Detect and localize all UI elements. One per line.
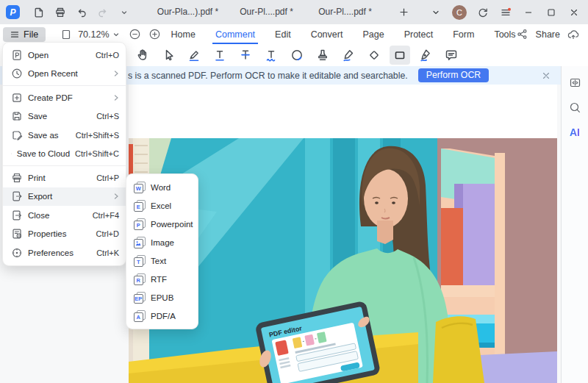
tab-protect[interactable]: Protect [404, 25, 434, 44]
file-menu-item-preferences[interactable]: Preferences Ctrl+K [3, 243, 126, 262]
caret-down-icon[interactable] [118, 6, 131, 19]
export-item-rtf[interactable]: R RTF [126, 270, 198, 288]
stamp-tool-icon[interactable] [312, 46, 333, 65]
eraser-tool-icon[interactable] [364, 46, 384, 65]
menu-item-label: Close [28, 211, 87, 220]
export-item-image[interactable]: Image [126, 233, 198, 251]
menu-item-label: Print [28, 173, 91, 182]
quick-access-toolbar [32, 6, 131, 19]
tab-form[interactable]: Form [453, 25, 474, 44]
app-menu-icon[interactable] [499, 6, 512, 19]
tab-comment[interactable]: Comment [215, 25, 255, 44]
export-item-label: Word [151, 183, 171, 192]
hand-tool-icon[interactable] [132, 46, 153, 65]
file-menu-item-open[interactable]: Open Ctrl+O [3, 46, 126, 65]
strikethrough-tool-icon[interactable] [235, 46, 256, 65]
underline-tool-icon[interactable] [209, 46, 230, 65]
notification-message: s is a scanned PDF. Perform OCR to make … [128, 71, 408, 81]
hamburger-icon [10, 30, 19, 39]
zoom-level-value[interactable]: 70.12% [78, 29, 109, 40]
file-menu-item-open-recent[interactable]: Open Recent [3, 65, 126, 84]
document-tab[interactable]: Our-Pl....pdf * [306, 0, 384, 24]
file-menu-item-print[interactable]: Print Ctrl+P [3, 168, 126, 187]
print-icon[interactable] [54, 6, 67, 19]
chevron-right-icon [113, 70, 119, 77]
select-tool-icon[interactable] [158, 46, 179, 65]
squiggly-underline-tool-icon[interactable] [261, 46, 282, 65]
redo-icon[interactable] [96, 6, 110, 19]
sticky-note-tool-icon[interactable] [441, 46, 462, 65]
menu-item-shortcut: Ctrl+S [96, 112, 119, 121]
panel-toggle-icon[interactable] [566, 74, 584, 91]
close-window-icon[interactable] [567, 6, 581, 19]
menu-item-label: Open Recent [28, 69, 108, 78]
file-menu-item-save-as[interactable]: Save as Ctrl+Shift+S [3, 126, 126, 145]
export-item-label: Image [151, 238, 174, 247]
file-menu-item-properties[interactable]: Properties Ctrl+D [3, 225, 126, 244]
file-menu-item-save-to-cloud[interactable]: Save to Cloud Ctrl+Shift+C [3, 145, 126, 164]
cloud-upload-icon[interactable] [567, 28, 580, 41]
export-item-label: PDF/A [151, 312, 176, 321]
chevron-right-icon [113, 193, 119, 200]
file-menu-item-create-pdf[interactable]: Create PDF [3, 88, 126, 107]
export-item-label: RTF [151, 275, 167, 284]
account-avatar[interactable]: C [452, 5, 467, 20]
menu-divider [3, 85, 126, 86]
rectangle-tool-icon[interactable] [390, 46, 410, 65]
notification-close-icon[interactable] [542, 71, 551, 80]
ribbon-tabs: Home Comment Edit Convert Page Protect F… [171, 25, 516, 44]
zoom-in-icon[interactable] [148, 28, 161, 41]
tab-edit[interactable]: Edit [275, 25, 291, 44]
file-menu-button[interactable]: File [3, 27, 46, 42]
perform-ocr-button[interactable]: Perform OCR [418, 68, 489, 82]
save-to-cloud-icon [11, 148, 12, 160]
export-item-powerpoint[interactable]: P Powerpoint [126, 215, 198, 233]
ai-assistant-button[interactable]: AI [570, 126, 580, 138]
pdfelement-logo-icon: P [6, 5, 20, 19]
tab-tools[interactable]: Tools [494, 25, 515, 44]
save-as-icon [11, 129, 23, 141]
oval-tool-icon[interactable] [287, 46, 307, 65]
rtf-file-icon: R [134, 273, 146, 285]
menu-item-label: Save to Cloud [17, 149, 70, 158]
minimize-icon[interactable] [522, 6, 535, 19]
zoom-caret-icon[interactable] [112, 28, 120, 41]
close-document-icon [11, 210, 23, 221]
sync-icon[interactable] [476, 6, 490, 19]
epub-file-icon: EP [134, 292, 146, 304]
file-menu-label: File [24, 29, 38, 40]
zoom-out-icon[interactable] [129, 28, 141, 41]
export-item-word[interactable]: W Word [126, 178, 198, 196]
file-menu-item-save[interactable]: Save Ctrl+S [3, 107, 126, 126]
tab-home[interactable]: Home [171, 25, 196, 44]
undo-icon[interactable] [75, 6, 88, 19]
share-label[interactable]: Share [536, 29, 560, 40]
page-preview-icon[interactable] [60, 28, 72, 41]
ink-signature-tool-icon[interactable] [415, 46, 436, 65]
file-menu-item-export[interactable]: Export [3, 187, 126, 207]
tab-page[interactable]: Page [362, 25, 384, 44]
search-icon[interactable] [566, 99, 584, 116]
right-sidebar: AI [561, 66, 588, 383]
export-item-pdfa[interactable]: A PDF/A [126, 307, 198, 325]
menu-item-label: Save as [28, 131, 71, 140]
signature-tool-icon[interactable] [338, 46, 359, 65]
menu-divider [3, 165, 126, 166]
chevron-down-icon[interactable] [429, 6, 442, 19]
save-file-icon[interactable] [32, 6, 46, 19]
document-tab[interactable]: Our-Pla...).pdf * [148, 0, 227, 24]
document-tab[interactable]: Our-Pl....pdf * [227, 0, 306, 24]
share-icon[interactable] [516, 28, 529, 41]
file-menu-item-close[interactable]: Close Ctrl+F4 [3, 206, 126, 225]
export-item-excel[interactable]: E Excel [126, 196, 198, 215]
new-tab-icon[interactable] [395, 4, 412, 21]
maximize-icon[interactable] [545, 6, 558, 19]
properties-icon [11, 228, 23, 240]
export-item-epub[interactable]: EP EPUB [126, 288, 198, 307]
tab-convert[interactable]: Convert [311, 25, 343, 44]
document-tabs: Our-Pla...).pdf * Our-Pl....pdf * Our-Pl… [148, 0, 384, 24]
menu-item-shortcut: Ctrl+Shift+S [76, 131, 119, 140]
highlight-tool-icon[interactable] [184, 46, 204, 65]
export-item-text[interactable]: T Text [126, 251, 198, 270]
export-submenu: W Word E Excel P Powerpoint Image T Text… [126, 173, 198, 329]
